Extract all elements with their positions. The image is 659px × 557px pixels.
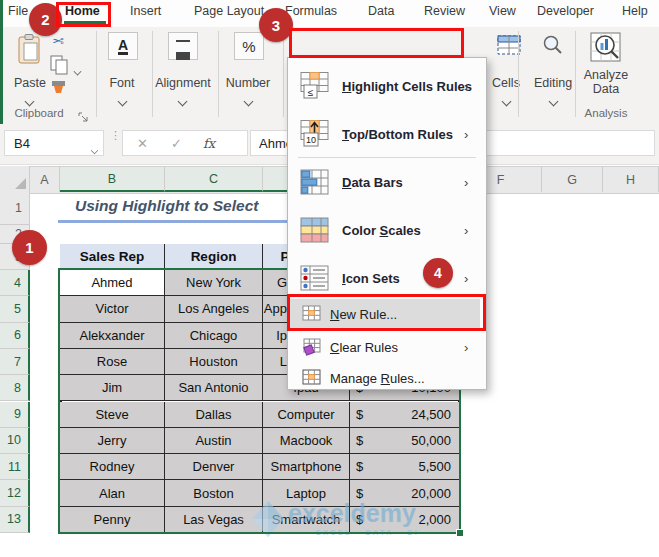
font-caret-icon[interactable] <box>119 91 129 99</box>
font-color-icon[interactable]: A <box>108 32 138 60</box>
row-header-11[interactable]: 11 <box>0 454 30 480</box>
cell-D9[interactable]: Computer <box>263 402 350 428</box>
percent-icon[interactable]: % <box>234 32 264 60</box>
cell-E9[interactable]: $24,500 <box>350 402 460 428</box>
menu-item-icon-sets[interactable]: Icon Sets› <box>288 258 486 298</box>
menu-item-clear-rules[interactable]: Clear Rules› <box>288 333 486 361</box>
row-header-13[interactable]: 13 <box>0 507 30 533</box>
cell-C5[interactable]: Los Angeles <box>165 296 263 322</box>
cell-E12[interactable]: $20,000 <box>350 480 460 506</box>
menu-tab-view[interactable]: View <box>489 4 516 18</box>
menu-tab-help[interactable]: Help <box>622 4 648 18</box>
font-group-button[interactable]: Font <box>98 76 146 90</box>
menu-tab-developer[interactable]: Developer <box>537 4 594 18</box>
cell-B9[interactable]: Steve <box>60 402 165 428</box>
cell-B12[interactable]: Alan <box>60 480 165 506</box>
cell-C9[interactable]: Dallas <box>165 402 263 428</box>
menu-tab-data[interactable]: Data <box>368 4 394 18</box>
menu-tab-home[interactable]: Home <box>65 4 100 18</box>
row-header-1[interactable]: 1 <box>0 192 30 225</box>
copy-caret-icon[interactable] <box>74 61 84 69</box>
number-group-button[interactable]: Number <box>222 76 274 90</box>
table-header-region[interactable]: Region <box>165 244 263 270</box>
row-header-7[interactable]: 7 <box>0 349 30 375</box>
highlight-cells-rules-icon: ≤ <box>298 71 332 105</box>
cell-C7[interactable]: Houston <box>165 349 263 375</box>
analyze-data-button[interactable]: Analyze Data <box>578 68 634 96</box>
cell-C10[interactable]: Austin <box>165 428 263 454</box>
menu-tab-page-layout[interactable]: Page Layout <box>194 4 264 18</box>
cell-B13[interactable]: Penny <box>60 507 165 533</box>
row-header-12[interactable]: 12 <box>0 480 30 506</box>
row-header-5[interactable]: 5 <box>0 296 30 322</box>
submenu-arrow-icon: › <box>464 223 468 238</box>
menu-item-manage-rules[interactable]: Manage Rules... <box>288 364 486 392</box>
row-header-10[interactable]: 10 <box>0 428 30 454</box>
menu-item-highlight-cells-rules[interactable]: ≤Highlight Cells Rules› <box>288 66 486 106</box>
cell-B10[interactable]: Jerry <box>60 428 165 454</box>
currency-symbol: $ <box>356 433 363 448</box>
cell-D12[interactable]: Laptop <box>263 480 350 506</box>
table-header-sales-rep[interactable]: Sales Rep <box>60 244 165 270</box>
column-header-H[interactable]: H <box>603 167 659 192</box>
cell-B8[interactable]: Jim <box>60 375 165 401</box>
editing-search-icon[interactable] <box>540 33 566 61</box>
alignment-group-button[interactable]: Alignment <box>150 76 216 90</box>
cell-C13[interactable]: Las Vegas <box>165 507 263 533</box>
name-box[interactable]: B4 <box>4 130 104 156</box>
cell-C4[interactable]: New York <box>165 270 263 296</box>
cell-D13[interactable]: Smartwatch <box>263 507 350 533</box>
paste-button[interactable]: Paste <box>8 76 52 90</box>
row-header-8[interactable]: 8 <box>0 375 30 401</box>
cell-B6[interactable]: Alekxander <box>60 323 165 349</box>
cells-group-button[interactable]: Cells <box>482 76 530 90</box>
cell-C8[interactable]: San Antonio <box>165 375 263 401</box>
menu-tab-file[interactable]: File <box>8 4 28 18</box>
cells-caret-icon[interactable] <box>503 91 513 99</box>
menu-item-new-rule[interactable]: New Rule... <box>288 300 486 328</box>
number-caret-icon[interactable] <box>245 91 255 99</box>
menu-tab-formulas[interactable]: Formulas <box>285 4 337 18</box>
menu-item-top-bottom-rules[interactable]: 10Top/Bottom Rules› <box>288 114 486 154</box>
menu-tab-insert[interactable]: Insert <box>130 4 161 18</box>
alignment-icon[interactable] <box>168 32 198 60</box>
row-header-9[interactable]: 9 <box>0 402 30 428</box>
format-painter-icon[interactable] <box>50 79 70 101</box>
insert-function-icon[interactable]: fx <box>203 136 215 151</box>
price-value: 50,000 <box>411 433 451 448</box>
cell-B7[interactable]: Rose <box>60 349 165 375</box>
cell-E10[interactable]: $50,000 <box>350 428 460 454</box>
name-box-caret-icon[interactable] <box>91 140 101 148</box>
column-header-G[interactable]: G <box>542 167 603 192</box>
cancel-icon[interactable]: ✕ <box>137 136 148 151</box>
cell-C11[interactable]: Denver <box>165 454 263 480</box>
cell-C12[interactable]: Boston <box>165 480 263 506</box>
fill-handle[interactable] <box>456 529 464 537</box>
menu-tab-review[interactable]: Review <box>424 4 465 18</box>
menu-item-color-scales[interactable]: Color Scales› <box>288 210 486 250</box>
cell-E13[interactable]: $2,000 <box>350 507 460 533</box>
cell-B11[interactable]: Rodney <box>60 454 165 480</box>
menu-item-data-bars[interactable]: Data Bars› <box>288 162 486 202</box>
cell-C6[interactable]: Chicago <box>165 323 263 349</box>
paste-caret-icon[interactable] <box>26 91 36 99</box>
annotation-step-2: 2 <box>29 3 62 36</box>
alignment-caret-icon[interactable] <box>179 91 189 99</box>
cell-E11[interactable]: $5,500 <box>350 454 460 480</box>
row-header-4[interactable]: 4 <box>0 270 30 296</box>
editing-group-button[interactable]: Editing <box>526 76 580 90</box>
column-header-A[interactable]: A <box>30 167 60 192</box>
cell-D10[interactable]: Macbook <box>263 428 350 454</box>
analyze-data-icon[interactable] <box>589 30 623 68</box>
editing-caret-icon[interactable] <box>550 91 560 99</box>
cell-B4[interactable]: Ahmed <box>60 270 165 296</box>
column-header-C[interactable]: C <box>165 167 263 192</box>
cell-B5[interactable]: Victor <box>60 296 165 322</box>
select-all-button[interactable] <box>0 166 30 192</box>
cut-icon[interactable]: ✂ <box>52 33 64 49</box>
enter-icon[interactable]: ✓ <box>171 136 182 151</box>
copy-icon[interactable] <box>50 55 70 79</box>
cell-D11[interactable]: Smartphone <box>263 454 350 480</box>
row-header-6[interactable]: 6 <box>0 323 30 349</box>
column-header-B[interactable]: B <box>60 167 165 192</box>
